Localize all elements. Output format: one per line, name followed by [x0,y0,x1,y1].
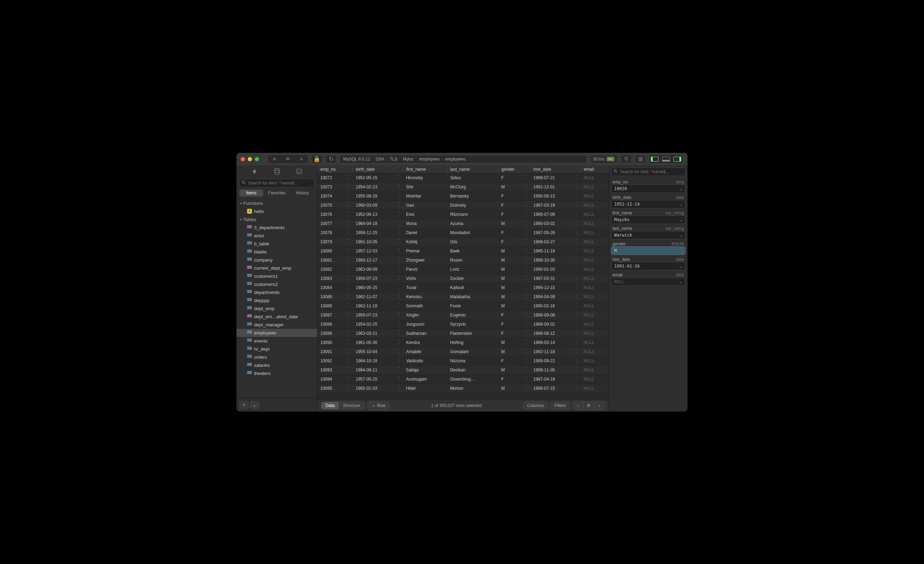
table-cell[interactable]: 10082 [318,265,353,274]
table-cell[interactable]: 10074 [318,191,353,200]
table-cell[interactable]: Xinglin [403,311,447,320]
sidebar-tab-items[interactable]: Items [239,189,263,196]
stepper-icon[interactable] [525,203,528,206]
table-cell[interactable]: M [498,183,530,191]
tree-item[interactable]: dept_emp [237,305,317,313]
stepper-icon[interactable] [525,358,528,362]
table-cell[interactable]: 10087 [318,311,353,320]
sidebar-add-button[interactable]: ＋ [239,401,249,409]
table-cell[interactable]: 1959-07-23 [353,274,403,283]
table-cell[interactable]: Sudharsan [403,329,447,338]
stepper-icon[interactable] [347,175,350,179]
table-row[interactable]: 100751960-03-09GaoDolinskyF1987-03-19NUL… [318,200,609,210]
table-cell[interactable]: 10085 [318,292,353,301]
stepper-icon[interactable] [398,248,400,252]
table-cell[interactable]: 1952-05-15 [353,173,403,183]
add-row-button[interactable]: ＋Row [368,401,389,410]
table-cell[interactable]: Baek [447,247,498,256]
table-row[interactable]: 100791961-10-05KshitijGilsF1986-03-27NUL… [318,237,609,247]
table-cell[interactable]: Azuma [447,219,498,228]
table-cell[interactable]: 1963-03-21 [353,329,403,338]
table-row[interactable]: 100761952-06-13ErezRitzmannF1985-07-09NU… [318,210,609,219]
tree-item[interactable]: employees [237,329,317,337]
table-cell[interactable]: F [498,311,530,320]
stepper-icon[interactable] [575,304,578,307]
table-cell[interactable]: F [498,320,530,329]
table-cell[interactable]: Jungsoon [403,320,447,329]
stepper-icon[interactable] [525,212,528,215]
tree-item[interactable]: departments [237,288,317,296]
table-cell[interactable]: 10094 [318,375,353,384]
stepper-icon[interactable] [525,340,528,344]
table-cell[interactable]: NULL [581,292,608,301]
table-cell[interactable]: Gils [447,237,498,247]
table-cell[interactable]: Hilari [403,384,447,393]
stepper-icon[interactable] [398,368,400,371]
tree-item[interactable]: salaries [237,361,317,369]
stepper-icon[interactable] [575,203,578,206]
table-cell[interactable]: Erez [403,210,447,219]
stepper-icon[interactable] [347,349,350,353]
table-cell[interactable]: M [498,256,530,265]
stepper-icon[interactable] [575,258,578,261]
stepper-icon[interactable] [575,377,578,380]
tree-item[interactable]: 3_departments [237,224,317,232]
stepper-icon[interactable] [575,194,578,197]
table-cell[interactable]: Ritzmann [447,210,498,219]
stepper-icon[interactable] [525,349,528,353]
tree-item[interactable]: dept_em…atest_date [237,313,317,321]
stepper-icon[interactable] [398,386,400,389]
stepper-icon[interactable] [347,267,350,270]
grid-toolbar-button[interactable]: ⊞ [634,155,646,163]
stepper-icon[interactable] [347,358,350,362]
table-cell[interactable]: 1986-07-15 [530,384,581,393]
column-header[interactable]: last_name [447,166,498,174]
tree-item[interactable]: customers2 [237,280,317,288]
table-cell[interactable]: NULL [581,256,608,265]
stepper-icon[interactable] [525,258,528,261]
stepper-icon[interactable] [347,258,350,261]
table-cell[interactable]: M [498,274,530,283]
table-cell[interactable]: 10095 [318,384,353,393]
stepper-icon[interactable] [525,368,528,371]
field-value[interactable]: 1952-12-24 [611,200,686,208]
table-cell[interactable]: 10079 [318,237,353,247]
table-cell[interactable]: NULL [581,320,608,329]
table-cell[interactable]: Kalloufi [447,283,498,292]
table-cell[interactable]: Amabile [403,347,447,356]
table-cell[interactable]: 1987-03-31 [530,274,581,283]
field-value[interactable]: Mayuko [611,215,686,224]
table-cell[interactable]: M [498,384,530,393]
prev-page-button[interactable]: ‹ [573,402,584,410]
stepper-icon[interactable] [575,331,578,334]
stepper-icon[interactable] [398,322,400,325]
table-cell[interactable]: Malabarba [447,292,498,301]
stepper-icon[interactable] [398,294,400,298]
table-cell[interactable]: 1965-01-03 [353,384,403,393]
stepper-icon[interactable] [398,358,400,362]
table-cell[interactable]: Zockler [447,274,498,283]
table-cell[interactable]: 1985-07-09 [530,210,581,219]
stepper-icon[interactable] [575,230,578,234]
table-cell[interactable]: 1964-06-11 [353,365,403,375]
table-cell[interactable]: 1961-05-30 [353,338,403,347]
tree-item[interactable]: theaters [237,369,317,377]
table-cell[interactable]: 1985-11-19 [530,247,581,256]
table-cell[interactable]: Arumugam [403,375,447,384]
table-cell[interactable]: Ossenbrug… [447,375,498,384]
table-cell[interactable]: 1988-09-02 [530,320,581,329]
table-cell[interactable]: 1959-12-25 [353,228,403,237]
table-cell[interactable]: 1960-05-25 [353,283,403,292]
table-cell[interactable]: 1963-09-09 [353,265,403,274]
breadcrumb[interactable]: MySQL 8.0.12: SSH: TLS: Myloc: employees… [339,155,587,163]
table-row[interactable]: 100811960-12-17ZhongweiRosenM1986-10-30N… [318,256,609,265]
table-cell[interactable]: Eugenio [447,311,498,320]
table-cell[interactable]: 1990-03-02 [530,219,581,228]
table-cell[interactable]: 10077 [318,219,353,228]
stepper-icon[interactable] [398,377,400,380]
table-cell[interactable]: M [498,365,530,375]
table-cell[interactable]: 1954-02-23 [353,183,403,191]
stepper-icon[interactable] [347,377,350,380]
table-cell[interactable]: 10089 [318,329,353,338]
table-cell[interactable]: Syrzycki [447,320,498,329]
